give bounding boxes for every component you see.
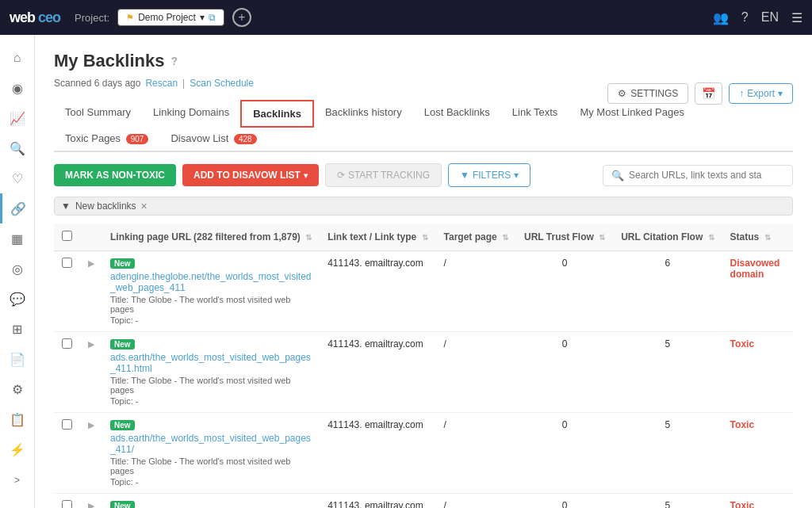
sort-icon[interactable]: ⇅ bbox=[305, 233, 312, 242]
url-link[interactable]: ads.earth/the_worlds_most_visited_web_pa… bbox=[110, 433, 311, 455]
export-button[interactable]: ↑ Export ▾ bbox=[729, 83, 793, 104]
row-actions-cell: ACTIONS ▾ bbox=[787, 332, 793, 413]
help-icon[interactable]: ? bbox=[741, 10, 749, 25]
table-body: ▶ New adengine.theglobe.net/the_worlds_m… bbox=[54, 251, 793, 509]
filters-button[interactable]: ▼ FILTERS ▾ bbox=[448, 163, 530, 187]
row-checkbox[interactable] bbox=[62, 419, 72, 430]
url-topic: Topic: - bbox=[110, 396, 312, 406]
row-link-text: 411143. emailtray.com bbox=[320, 332, 435, 413]
row-status: Toxic bbox=[722, 332, 788, 413]
rescan-link[interactable]: Rescan bbox=[145, 78, 178, 89]
row-checkbox[interactable] bbox=[62, 258, 72, 268]
header-checkbox-col bbox=[54, 223, 80, 251]
sidebar-item-home[interactable]: ⌂ bbox=[0, 43, 35, 73]
scan-schedule-link[interactable]: Scan Schedule bbox=[190, 78, 254, 89]
row-status: Disavowed domain bbox=[722, 251, 788, 332]
row-trust-flow: 0 bbox=[516, 251, 613, 332]
row-url-cell: New ads.earth/the_worlds_most_visited... bbox=[102, 494, 320, 509]
sidebar-item-analytics[interactable]: ◉ bbox=[0, 73, 35, 103]
add-disavow-button[interactable]: ADD TO DISAVOW LIST ▾ bbox=[182, 164, 319, 186]
dropdown-arrow-icon: ▾ bbox=[304, 171, 308, 180]
sort-icon[interactable]: ⇅ bbox=[502, 233, 508, 242]
tab-tool-summary[interactable]: Tool Summary bbox=[54, 100, 142, 128]
sort-icon[interactable]: ⇅ bbox=[764, 233, 771, 242]
header-status: Status ⇅ bbox=[722, 223, 788, 251]
header-expand-col bbox=[80, 223, 102, 251]
row-target-page: / bbox=[436, 413, 516, 494]
tab-link-texts[interactable]: Link Texts bbox=[501, 100, 569, 128]
sidebar-item-doc2[interactable]: 📋 bbox=[0, 404, 35, 434]
row-trust-flow: 0 bbox=[516, 494, 613, 509]
url-title: Title: The Globe - The world's most visi… bbox=[110, 456, 312, 476]
sort-icon[interactable]: ⇅ bbox=[708, 233, 714, 242]
tab-toxic-pages[interactable]: Toxic Pages 907 bbox=[54, 126, 159, 152]
sidebar-item-chat[interactable]: 💬 bbox=[0, 284, 35, 314]
filter-tag: ▼ New backlinks × bbox=[54, 197, 793, 216]
settings-button[interactable]: ⚙ SETTINGS bbox=[607, 83, 688, 104]
tab-disavow-list[interactable]: Disavow List 428 bbox=[159, 126, 267, 152]
new-tag: New bbox=[110, 258, 135, 269]
language-selector[interactable]: EN bbox=[761, 10, 779, 25]
row-checkbox-cell bbox=[54, 332, 80, 413]
expand-arrow-icon[interactable]: ▶ bbox=[88, 339, 94, 349]
logo: web ceo bbox=[10, 10, 60, 26]
sidebar-item-backlinks[interactable]: 🔗 bbox=[0, 193, 35, 223]
tab-backlinks[interactable]: Backlinks bbox=[240, 100, 314, 128]
row-url-cell: New ads.earth/the_worlds_most_visited_we… bbox=[102, 332, 320, 413]
row-status: Toxic bbox=[722, 413, 788, 494]
row-link-text: 411143. emailtray.com bbox=[320, 251, 435, 332]
users-icon[interactable]: 👥 bbox=[713, 10, 729, 25]
sidebar-item-settings[interactable]: ⚙ bbox=[0, 374, 35, 404]
search-input[interactable] bbox=[629, 170, 784, 181]
row-actions-cell: ACTIONS ▾ bbox=[787, 251, 793, 332]
sidebar-item-search[interactable]: 🔍 bbox=[0, 133, 35, 163]
row-expand-cell: ▶ bbox=[80, 251, 102, 332]
url-title: Title: The Globe - The world's most visi… bbox=[110, 295, 312, 314]
row-link-text: 411143. emailtray.com bbox=[320, 413, 435, 494]
page-help-icon[interactable]: ? bbox=[170, 55, 178, 67]
filter-icon2: ▼ bbox=[61, 201, 71, 212]
track-icon: ⟳ bbox=[337, 170, 345, 181]
row-citation-flow: 6 bbox=[613, 251, 722, 332]
row-actions-cell: ACTIONS ▾ bbox=[787, 413, 793, 494]
sidebar-item-doc[interactable]: 📄 bbox=[0, 344, 35, 374]
url-link[interactable]: ads.earth/the_worlds_most_visited_web_pa… bbox=[110, 352, 311, 374]
tab-lost-backlinks[interactable]: Lost Backlinks bbox=[413, 100, 501, 128]
header-linking-url: Linking page URL (282 filtered from 1,87… bbox=[102, 223, 320, 251]
start-tracking-button: ⟳ START TRACKING bbox=[325, 163, 442, 187]
select-all-checkbox[interactable] bbox=[62, 231, 72, 241]
backlinks-table: Linking page URL (282 filtered from 1,87… bbox=[54, 223, 793, 508]
expand-arrow-icon[interactable]: ▶ bbox=[88, 420, 94, 430]
filter-close-button[interactable]: × bbox=[141, 200, 147, 212]
search-box[interactable]: 🔍 bbox=[603, 165, 793, 186]
sort-icon[interactable]: ⇅ bbox=[599, 233, 605, 242]
menu-icon[interactable]: ☰ bbox=[791, 10, 802, 25]
expand-arrow-icon[interactable]: ▶ bbox=[88, 501, 94, 508]
sidebar-item-grid[interactable]: ⊞ bbox=[0, 314, 35, 344]
table-header-row: Linking page URL (282 filtered from 1,87… bbox=[54, 223, 793, 251]
sidebar-expand-button[interactable]: > bbox=[0, 468, 35, 492]
table-wrap: Linking page URL (282 filtered from 1,87… bbox=[54, 223, 793, 508]
add-project-button[interactable]: + bbox=[232, 8, 251, 27]
sort-icon[interactable]: ⇅ bbox=[422, 233, 428, 242]
sidebar-item-location[interactable]: ◎ bbox=[0, 254, 35, 284]
mark-nontoxic-button[interactable]: MARK AS NON-TOXIC bbox=[54, 164, 176, 186]
tab-backlinks-history[interactable]: Backlinks history bbox=[314, 100, 413, 128]
table-row: ▶ New adengine.theglobe.net/the_worlds_m… bbox=[54, 251, 793, 332]
row-checkbox[interactable] bbox=[62, 500, 72, 508]
sidebar-item-bar[interactable]: ▦ bbox=[0, 223, 35, 254]
sidebar-item-chart[interactable]: 📈 bbox=[0, 103, 35, 133]
calendar-button[interactable]: 📅 bbox=[695, 82, 722, 105]
project-selector[interactable]: ⚑ Demo Project ▾ ⧉ bbox=[117, 9, 224, 26]
url-link[interactable]: adengine.theglobe.net/the_worlds_most_vi… bbox=[110, 271, 312, 293]
row-checkbox[interactable] bbox=[62, 338, 72, 349]
tab-linking-domains[interactable]: Linking Domains bbox=[142, 100, 240, 128]
row-citation-flow: 5 bbox=[613, 332, 722, 413]
export-icon: ↑ bbox=[739, 88, 744, 99]
expand-arrow-icon[interactable]: ▶ bbox=[88, 258, 94, 268]
row-url-cell: New adengine.theglobe.net/the_worlds_mos… bbox=[102, 251, 320, 332]
chevron-down-icon: ▾ bbox=[778, 88, 783, 99]
table-row: ▶ New ads.earth/the_worlds_most_visited_… bbox=[54, 332, 793, 413]
sidebar-item-favorites[interactable]: ♡ bbox=[0, 163, 35, 193]
sidebar-item-lightning[interactable]: ⚡ bbox=[0, 434, 35, 464]
